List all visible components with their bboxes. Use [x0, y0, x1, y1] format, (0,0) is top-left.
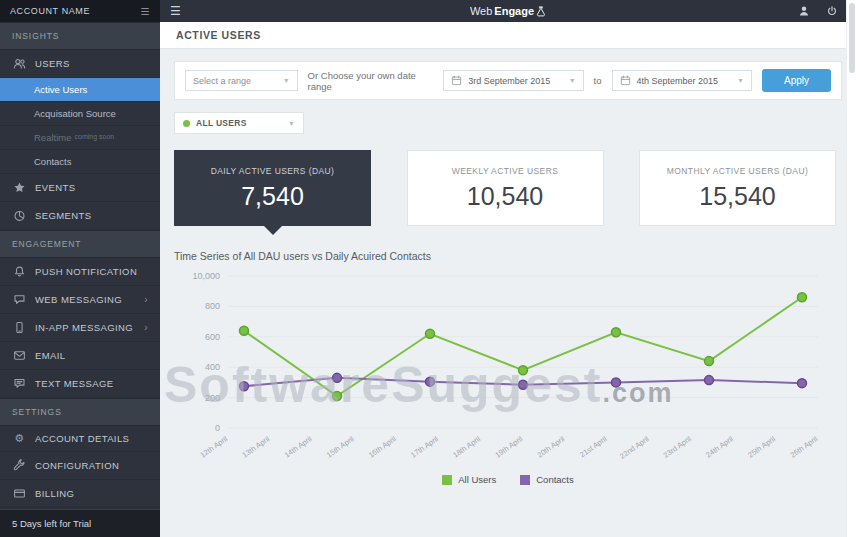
sidebar-item-web-messaging[interactable]: WEB MESSAGING ›: [0, 286, 160, 314]
weekly-card[interactable]: WEEKLY ACTIVE USERS 10,540: [407, 150, 604, 226]
svg-text:600: 600: [205, 332, 220, 342]
stat-cards: DAILY ACTIVE USERS (DAU) 7,540 WEEKLY AC…: [174, 150, 842, 226]
segment-dropdown[interactable]: ALL USERS ▼: [174, 112, 304, 134]
sidebar-item-email[interactable]: EMAIL: [0, 342, 160, 370]
account-name-row[interactable]: ACCOUNT NAME ☰: [0, 0, 160, 22]
legend-all-users-label: All Users: [458, 474, 496, 485]
weekly-card-title: WEEKLY ACTIVE USERS: [452, 166, 558, 176]
envelope-icon: [12, 349, 27, 362]
svg-text:400: 400: [205, 362, 220, 372]
svg-text:14th April: 14th April: [283, 434, 314, 459]
section-header-settings: SETTINGS: [0, 398, 160, 426]
svg-text:18th April: 18th April: [451, 434, 482, 459]
range-select[interactable]: Select a range ▼: [185, 70, 298, 91]
sidebar-item-in-app-messaging[interactable]: IN-APP MESSAGING ›: [0, 314, 160, 342]
svg-text:16th April: 16th April: [367, 434, 398, 459]
logo-text-engage: Engage: [494, 5, 534, 17]
monthly-card-title: MONTHLY ACTIVE USERS (DAU): [667, 166, 808, 176]
text-message-label: TEXT MESSAGE: [35, 378, 114, 389]
topbar: ☰ WebEngage: [160, 0, 856, 22]
section-header-insights: INSIGHTS: [0, 22, 160, 50]
main-area: ☰ WebEngage ACTIVE USERS Select a range …: [160, 0, 856, 537]
wrench-icon: [12, 459, 27, 472]
date-filter-bar: Select a range ▼ Or Choose your own date…: [174, 61, 842, 100]
legend-contacts: Contacts: [520, 474, 574, 485]
chat-bubble-icon: [12, 293, 27, 306]
sidebar-item-events[interactable]: EVENTS: [0, 174, 160, 202]
sidebar-item-text-message[interactable]: TEXT MESSAGE: [0, 370, 160, 398]
range-select-value: Select a range: [193, 76, 251, 86]
page-title: ACTIVE USERS: [160, 22, 856, 49]
scrollbar-thumb[interactable]: [849, 3, 855, 73]
sidebar-item-users[interactable]: USERS: [0, 50, 160, 78]
power-icon[interactable]: [826, 5, 838, 17]
svg-text:0: 0: [215, 423, 220, 433]
account-details-label: ACCOUNT DETAILS: [35, 433, 129, 444]
sidebar-item-segments[interactable]: SEGMENTS: [0, 202, 160, 230]
date-from-input[interactable]: 3rd September 2015 ▼: [443, 70, 583, 91]
apply-button[interactable]: Apply: [762, 69, 831, 92]
sidebar-item-acquisation-source[interactable]: Acquisation Source: [0, 102, 160, 126]
email-label: EMAIL: [35, 350, 66, 361]
date-from-value: 3rd September 2015: [468, 76, 550, 86]
sidebar-item-billing[interactable]: BILLING: [0, 480, 160, 508]
svg-text:12th April: 12th April: [198, 434, 229, 459]
dau-card-value: 7,540: [241, 182, 304, 211]
monthly-card[interactable]: MONTHLY ACTIVE USERS (DAU) 15,540: [639, 150, 836, 226]
section-header-engagement: ENGAGEMENT: [0, 230, 160, 258]
chevron-right-icon: ›: [144, 294, 148, 305]
sidebar-item-account-details[interactable]: ⚙ ACCOUNT DETAILS: [0, 426, 160, 452]
svg-text:23rd April: 23rd April: [662, 434, 693, 460]
dau-card-title: DAILY ACTIVE USERS (DAU): [211, 166, 335, 176]
legend-all-users: All Users: [442, 474, 496, 485]
segments-icon: [12, 209, 27, 222]
sidebar-item-push-notification[interactable]: PUSH NOTIFICATION: [0, 258, 160, 286]
gear-icon: ⚙: [12, 433, 27, 444]
sidebar-item-configuration[interactable]: CONFIGURATION: [0, 452, 160, 480]
dau-card[interactable]: DAILY ACTIVE USERS (DAU) 7,540: [174, 150, 371, 226]
users-label: USERS: [35, 58, 70, 69]
svg-text:24th April: 24th April: [704, 434, 735, 459]
segments-label: SEGMENTS: [35, 210, 92, 221]
sidebar-item-contacts[interactable]: Contacts: [0, 150, 160, 174]
sidebar: ACCOUNT NAME ☰ INSIGHTS USERS Active Use…: [0, 0, 160, 537]
svg-text:200: 200: [205, 393, 220, 403]
content: Select a range ▼ Or Choose your own date…: [160, 49, 856, 537]
svg-text:19th April: 19th April: [493, 434, 524, 459]
webengage-logo[interactable]: WebEngage: [470, 0, 546, 22]
svg-text:25th April: 25th April: [746, 434, 777, 459]
logo-text-web: Web: [470, 5, 492, 17]
events-label: EVENTS: [35, 182, 75, 193]
svg-text:26th April: 26th April: [788, 434, 819, 459]
sidebar-item-active-users[interactable]: Active Users: [0, 78, 160, 102]
custom-range-label: Or Choose your own date range: [308, 70, 434, 92]
sms-bubble-icon: [12, 377, 27, 390]
scrollbar[interactable]: [846, 0, 856, 537]
web-messaging-label: WEB MESSAGING: [35, 294, 122, 305]
all-users-swatch: [442, 475, 452, 485]
monthly-card-value: 15,540: [699, 182, 775, 211]
date-to-value: 4th September 2015: [637, 76, 719, 86]
chevron-down-icon: ▼: [288, 120, 295, 127]
hamburger-menu-icon[interactable]: ☰: [170, 5, 181, 17]
trial-status: 5 Days left for Trial: [0, 509, 160, 537]
coming-soon-badge: coming soon: [75, 133, 115, 140]
legend-contacts-label: Contacts: [536, 474, 574, 485]
mobile-phone-icon: [12, 321, 27, 334]
date-to-input[interactable]: 4th September 2015 ▼: [612, 70, 752, 91]
billing-card-icon: [12, 487, 27, 500]
calendar-icon: [451, 75, 462, 86]
users-icon: [12, 57, 27, 70]
svg-text:15th April: 15th April: [325, 434, 356, 459]
chevron-down-icon: ▼: [283, 77, 290, 84]
chart-legend: All Users Contacts: [174, 474, 842, 485]
svg-text:20th April: 20th April: [536, 434, 567, 459]
user-profile-icon[interactable]: [798, 5, 810, 17]
svg-text:21st April: 21st April: [578, 434, 609, 459]
chevron-right-icon: ›: [144, 322, 148, 333]
account-menu-icon[interactable]: ☰: [140, 6, 150, 17]
billing-label: BILLING: [35, 488, 74, 499]
contacts-swatch: [520, 475, 530, 485]
star-icon: [12, 181, 27, 194]
weekly-card-value: 10,540: [467, 182, 543, 211]
